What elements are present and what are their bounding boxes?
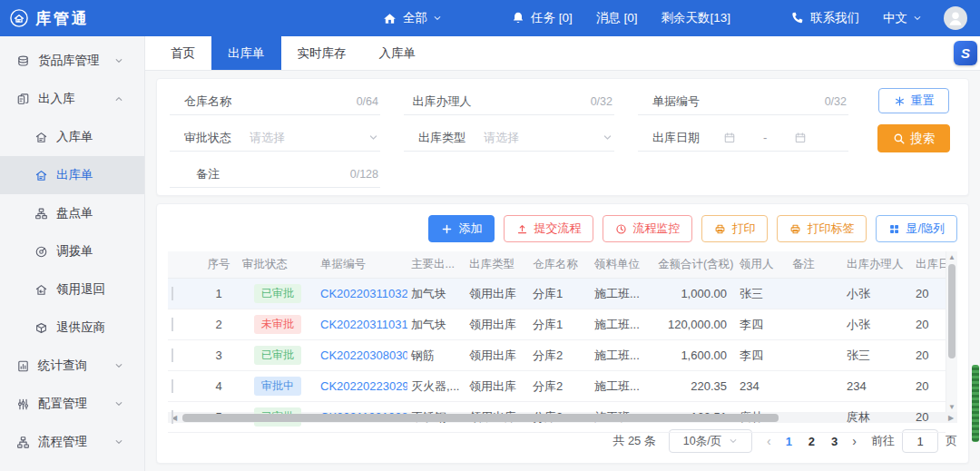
doc-number-link[interactable]: CK20220223029 — [320, 379, 407, 393]
search-button[interactable]: 搜索 — [877, 124, 950, 152]
page-button-2[interactable]: 2 — [808, 435, 815, 448]
prev-page-button[interactable]: ‹ — [765, 434, 773, 448]
out-handler-input[interactable]: 0/32 — [480, 88, 614, 114]
approval-status-field[interactable]: 审批状态 请选择 — [170, 124, 380, 152]
doc-number-input[interactable]: 0/32 — [714, 88, 848, 114]
tab-inbound-order[interactable]: 入库单 — [363, 36, 433, 70]
out-type-field[interactable]: 出库类型 请选择 — [404, 124, 614, 152]
unit-cell: 施工班... — [591, 378, 654, 395]
sidebar-item-2[interactable]: 统计查询 — [0, 347, 144, 385]
home-icon — [382, 11, 397, 26]
bell-icon — [511, 11, 525, 25]
column-header: 审批状态 — [239, 257, 317, 272]
contact-label: 联系我们 — [810, 10, 859, 26]
approval-status-select[interactable]: 请选择 — [246, 124, 380, 151]
table-horizontal-scrollbar[interactable]: ◀ ▶ — [168, 412, 957, 423]
table-row[interactable]: 1已审批CK20220311032加气块领用出库分库1施工班...1,000.0… — [168, 279, 946, 309]
warehouse-logo-icon — [9, 8, 29, 28]
warehouse-name-label: 仓库名称 — [170, 93, 246, 110]
row-checkbox[interactable] — [172, 410, 173, 424]
horizontal-scroll-thumb[interactable] — [182, 414, 779, 422]
sidebar-subitem-2[interactable]: 盘点单 — [0, 194, 144, 232]
sidebar-item-4[interactable]: 流程管理 — [0, 423, 144, 461]
scroll-up-arrow[interactable]: ▲ — [948, 251, 956, 262]
chevron-up-icon — [114, 94, 123, 103]
assistant-widget-icon[interactable]: S — [954, 41, 977, 65]
sidebar-subitem-1[interactable]: 出库单 — [0, 156, 144, 194]
row-checkbox[interactable] — [172, 287, 173, 300]
doc-number-link[interactable]: CK20220311032 — [320, 287, 407, 300]
doc-number-field[interactable]: 单据编号 0/32 — [638, 88, 848, 115]
amount-cell: 1,000.00 — [654, 287, 736, 300]
language-selector[interactable]: 中文 — [883, 10, 922, 26]
row-checkbox[interactable] — [172, 318, 173, 331]
tab-outbound-order[interactable]: 出库单 — [211, 36, 281, 70]
chevron-down-icon — [603, 132, 612, 142]
sidebar-subitem-4[interactable]: 领用退回 — [0, 270, 144, 309]
amount-cell: 1,600.00 — [654, 348, 736, 362]
user-avatar[interactable] — [944, 6, 967, 30]
main-item-cell: 灭火器,... — [407, 378, 466, 395]
return-icon — [34, 283, 48, 297]
sidebar-item-1[interactable]: 出入库 — [0, 80, 144, 118]
days-left-label: 剩余天数[13] — [661, 10, 730, 26]
page-button-3[interactable]: 3 — [831, 435, 838, 448]
scope-selector[interactable]: 全部 — [382, 10, 442, 26]
char-counter: 0/128 — [350, 168, 378, 181]
doc-number-link[interactable]: CK20220311031 — [320, 318, 407, 331]
goods-db-icon — [16, 54, 30, 68]
contact-us-item[interactable]: 联系我们 — [790, 10, 859, 26]
select-placeholder: 请选择 — [480, 130, 519, 146]
calendar-icon[interactable] — [723, 132, 736, 144]
out-type-select[interactable]: 请选择 — [480, 124, 614, 151]
amount-cell: 220.35 — [654, 379, 736, 393]
row-checkbox[interactable] — [172, 348, 173, 362]
chevron-down-icon — [913, 14, 922, 23]
print-button[interactable]: 打印 — [701, 215, 768, 242]
messages-label: 消息 [0] — [596, 10, 638, 26]
approval-status-label: 审批状态 — [170, 130, 246, 146]
sidebar-subitem-3[interactable]: 调拨单 — [0, 232, 144, 270]
warehouse-name-field[interactable]: 仓库名称 0/64 — [170, 88, 380, 115]
calendar-icon[interactable] — [794, 132, 807, 144]
tasks-item[interactable]: 任务 [0] — [511, 10, 573, 26]
table-row[interactable]: 2未审批CK20220311031加气块领用出库分库1施工班...120,000… — [168, 309, 946, 340]
sidebar-item-3[interactable]: 配置管理 — [0, 385, 144, 423]
person-icon — [946, 8, 965, 28]
out-handler-field[interactable]: 出库办理人 0/32 — [404, 88, 614, 115]
status-badge: 已审批 — [254, 284, 301, 303]
row-checkbox[interactable] — [172, 379, 173, 393]
config-icon — [16, 397, 30, 411]
warehouse-name-input[interactable]: 0/64 — [246, 88, 380, 114]
tab-realtime-stock[interactable]: 实时库存 — [281, 36, 363, 70]
sidebar-subitem-5[interactable]: 退供应商 — [0, 309, 144, 347]
out-type-cell: 领用出库 — [466, 317, 529, 333]
submit-flow-button[interactable]: 提交流程 — [504, 215, 593, 242]
out-date-field[interactable]: 出库日期 - — [638, 124, 848, 152]
scroll-down-arrow[interactable]: ▼ — [948, 401, 956, 412]
add-button[interactable]: 添加 — [428, 215, 495, 242]
table-row[interactable]: 3已审批CK20220308030钢筋领用出库分库2施工班...1,600.00… — [168, 340, 946, 371]
days-left-item[interactable]: 剩余天数[13] — [661, 10, 730, 26]
next-page-button[interactable]: › — [850, 434, 858, 448]
browser-scrollbar-thumb[interactable] — [972, 365, 979, 442]
messages-item[interactable]: 消息 [0] — [596, 10, 638, 26]
vertical-scroll-thumb[interactable] — [948, 264, 956, 358]
sidebar-subitem-0[interactable]: 入库单 — [0, 118, 144, 156]
flow-monitor-button[interactable]: 流程监控 — [603, 215, 692, 242]
toggle-columns-button[interactable]: 显/隐列 — [876, 215, 957, 242]
table-row[interactable]: 4审批中CK20220223029灭火器,...领用出库分库2施工班...220… — [168, 371, 946, 402]
print-label-button[interactable]: 打印标签 — [777, 215, 867, 242]
page-button-1[interactable]: 1 — [786, 435, 792, 448]
reset-button[interactable]: 重置 — [878, 88, 949, 113]
table-vertical-scrollbar[interactable]: ▲ ▼ — [946, 251, 957, 412]
tab-home[interactable]: 首页 — [154, 36, 211, 70]
doc-number-link[interactable]: CK20220308030 — [320, 348, 407, 362]
top-bar: 库管通 全部 任务 [0] 消息 [0] 剩余天数[13] 联系我们 — [0, 0, 980, 36]
reset-icon — [894, 95, 906, 107]
remark-input[interactable]: 0/128 — [246, 161, 380, 187]
date-range-separator: - — [763, 131, 767, 144]
chevron-down-icon — [729, 437, 738, 446]
remark-field[interactable]: 备注 0/128 — [170, 161, 380, 188]
sidebar-item-0[interactable]: 货品库管理 — [0, 42, 144, 80]
